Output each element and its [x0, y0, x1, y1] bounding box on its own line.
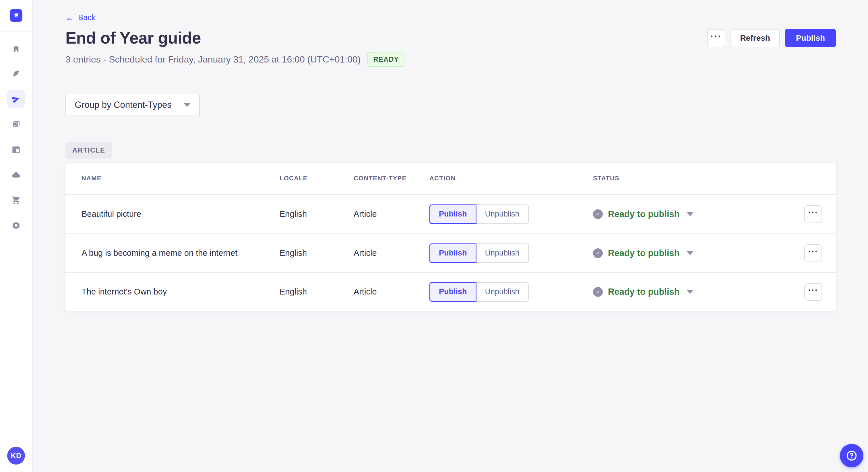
media-library-icon — [11, 120, 21, 129]
header-row: End of Year guide ··· Refresh Publish — [65, 29, 836, 47]
check-circle-icon — [593, 287, 603, 297]
chevron-down-icon — [687, 251, 693, 255]
sidebar-nav — [0, 36, 32, 238]
entry-status-label: Ready to publish — [608, 287, 680, 297]
more-options-icon: ··· — [710, 31, 722, 42]
cart-icon — [11, 196, 21, 205]
entry-content-type: Article — [353, 287, 429, 297]
chevron-down-icon — [687, 290, 693, 294]
refresh-button[interactable]: Refresh — [731, 29, 780, 47]
sidebar-item-cloud[interactable] — [0, 162, 32, 188]
home-icon — [11, 44, 21, 53]
entry-locale: English — [280, 209, 353, 219]
sidebar-item-releases[interactable] — [0, 87, 32, 112]
main-content: ← Back End of Year guide ··· Refresh Pub… — [33, 0, 868, 311]
content-group-row: ARTICLE — [65, 142, 836, 159]
more-options-icon: ··· — [808, 247, 818, 256]
sidebar-item-content-manager[interactable] — [0, 61, 32, 87]
header-actions: ··· Refresh Publish — [707, 29, 836, 47]
entry-status-label: Ready to publish — [608, 209, 680, 220]
strapi-logo[interactable] — [10, 9, 22, 22]
entry-locale: English — [280, 248, 353, 258]
publish-toggle-button[interactable]: Publish — [429, 243, 476, 263]
sidebar-item-media-library[interactable] — [0, 112, 32, 137]
sidebar-divider — [0, 32, 32, 32]
group-by-label: Group by Content-Types — [74, 100, 172, 110]
table-row: Beautiful picture English Article Publis… — [65, 195, 836, 233]
group-by-select[interactable]: Group by Content-Types — [65, 94, 200, 116]
paper-plane-icon — [11, 95, 21, 104]
publish-toggle-button[interactable]: Publish — [429, 282, 476, 302]
entry-content-type: Article — [353, 248, 429, 258]
column-header-status: STATUS — [593, 175, 790, 182]
publish-release-button[interactable]: Publish — [785, 29, 836, 47]
publish-toggle-button[interactable]: Publish — [429, 204, 476, 224]
unpublish-toggle-button[interactable]: Unpublish — [476, 204, 529, 224]
check-circle-icon — [593, 209, 603, 219]
cloud-icon — [11, 170, 21, 179]
help-button[interactable] — [840, 444, 863, 467]
entry-name: The internet's Own boy — [82, 287, 280, 297]
sidebar: KD — [0, 0, 33, 472]
entry-status-dropdown[interactable]: Ready to publish — [593, 248, 790, 258]
table-row: The internet's Own boy English Article P… — [65, 272, 836, 311]
column-header-locale: LOCALE — [280, 175, 353, 182]
layout-icon — [11, 145, 21, 154]
chevron-down-icon — [687, 212, 693, 216]
column-header-name: NAME — [82, 175, 280, 182]
unpublish-toggle-button[interactable]: Unpublish — [476, 243, 529, 263]
unpublish-toggle-button[interactable]: Unpublish — [476, 282, 529, 302]
release-status-badge: READY — [367, 52, 404, 67]
entry-action-toggle: Publish Unpublish — [429, 243, 593, 263]
entry-action-toggle: Publish Unpublish — [429, 204, 593, 224]
entry-name: Beautiful picture — [82, 209, 280, 219]
column-header-content-type: CONTENT-TYPE — [353, 175, 429, 182]
entry-content-type: Article — [353, 209, 429, 219]
back-label: Back — [78, 13, 95, 22]
entry-status-dropdown[interactable]: Ready to publish — [593, 209, 790, 220]
check-circle-icon — [593, 248, 603, 258]
page-title: End of Year guide — [65, 29, 201, 47]
entry-name: A bug is becoming a meme on the internet — [82, 248, 280, 258]
sidebar-item-marketplace[interactable] — [0, 188, 32, 213]
user-avatar[interactable]: KD — [7, 447, 25, 465]
release-subtitle: 3 entries - Scheduled for Friday, Januar… — [65, 54, 361, 65]
feather-icon — [11, 69, 21, 78]
sidebar-item-content-type-builder[interactable] — [0, 137, 32, 162]
release-more-options-button[interactable]: ··· — [707, 29, 725, 47]
table-row: A bug is becoming a meme on the internet… — [65, 233, 836, 272]
column-header-action: ACTION — [429, 175, 593, 182]
sidebar-item-settings[interactable] — [0, 213, 32, 238]
content-type-group-badge: ARTICLE — [65, 142, 112, 159]
strapi-logo-icon — [11, 11, 21, 20]
sidebar-item-home[interactable] — [0, 36, 32, 61]
table-header-row: NAME LOCALE CONTENT-TYPE ACTION STATUS — [65, 163, 836, 195]
back-arrow-icon: ← — [65, 13, 74, 22]
entries-table-card: NAME LOCALE CONTENT-TYPE ACTION STATUS B… — [65, 163, 836, 311]
toolbar: Group by Content-Types — [65, 94, 836, 116]
more-options-icon: ··· — [808, 208, 818, 217]
chevron-down-icon — [184, 103, 191, 107]
back-link[interactable]: ← Back — [65, 13, 95, 22]
entry-status-label: Ready to publish — [608, 248, 680, 258]
entry-more-options-button[interactable]: ··· — [804, 205, 822, 223]
entry-status-dropdown[interactable]: Ready to publish — [593, 287, 790, 297]
release-meta-row: 3 entries - Scheduled for Friday, Januar… — [65, 52, 836, 67]
entry-locale: English — [280, 287, 353, 297]
entry-more-options-button[interactable]: ··· — [804, 283, 822, 301]
entry-action-toggle: Publish Unpublish — [429, 282, 593, 302]
question-mark-icon — [845, 449, 858, 462]
more-options-icon: ··· — [808, 285, 818, 295]
entry-more-options-button[interactable]: ··· — [804, 244, 822, 262]
gear-icon — [11, 221, 21, 230]
